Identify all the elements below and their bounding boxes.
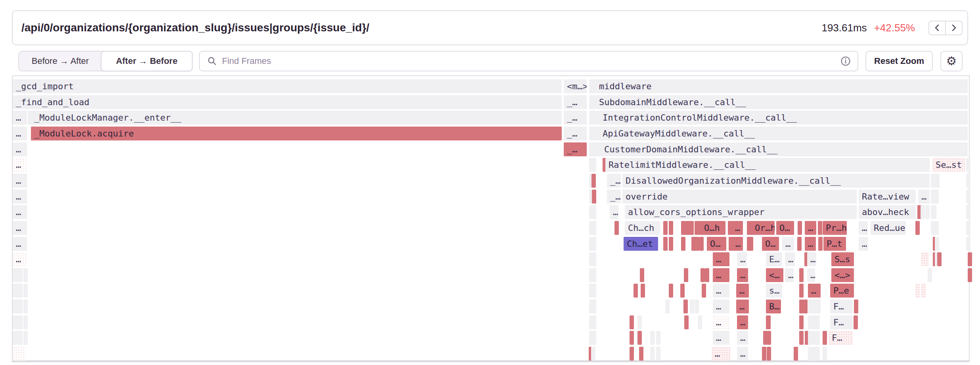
flame-frame[interactable]: [749, 237, 753, 251]
flame-frame[interactable]: [23, 331, 28, 345]
flame-frame[interactable]: [966, 190, 970, 204]
flame-frame[interactable]: [680, 284, 685, 298]
flame-frame[interactable]: [966, 237, 970, 251]
flame-frame[interactable]: …: [13, 221, 27, 235]
flame-frame[interactable]: O…h: [701, 221, 725, 235]
flame-frame[interactable]: [592, 190, 596, 204]
flame-frame[interactable]: [13, 284, 23, 298]
flame-frame[interactable]: [798, 221, 802, 235]
flame-frame[interactable]: [803, 300, 808, 313]
flame-frame[interactable]: P…t: [823, 237, 846, 251]
flame-frame[interactable]: [854, 315, 858, 329]
flame-frame[interactable]: …: [918, 190, 930, 204]
flame-frame[interactable]: [966, 174, 970, 188]
flame-frame[interactable]: [767, 331, 771, 345]
flame-frame[interactable]: middleware: [596, 79, 968, 93]
flame-frame[interactable]: [921, 252, 929, 266]
flame-frame[interactable]: s…: [766, 284, 782, 298]
flame-frame[interactable]: …: [713, 268, 729, 282]
flame-frame[interactable]: [592, 284, 596, 298]
flame-frame[interactable]: …: [13, 205, 27, 219]
flame-frame[interactable]: Se…st: [932, 158, 965, 172]
flame-frame[interactable]: Rate…view: [859, 190, 916, 204]
flame-frame[interactable]: [640, 268, 644, 282]
flame-frame[interactable]: [592, 315, 596, 329]
flame-frame[interactable]: [592, 268, 596, 282]
flame-frame[interactable]: …: [13, 237, 27, 251]
flame-frame[interactable]: [592, 331, 596, 345]
flame-frame[interactable]: …: [737, 347, 748, 361]
flame-frame[interactable]: <…>: [831, 268, 854, 282]
flame-frame[interactable]: [630, 347, 634, 361]
flame-frame[interactable]: [656, 331, 660, 345]
flame-frame[interactable]: [799, 284, 804, 298]
flame-frame[interactable]: …: [610, 205, 618, 219]
flame-frame[interactable]: …: [782, 237, 794, 251]
flame-frame[interactable]: O…: [776, 221, 794, 235]
flame-frame[interactable]: [915, 284, 920, 298]
flame-frame[interactable]: F…: [830, 300, 853, 313]
flame-frame[interactable]: [13, 300, 23, 313]
flame-frame[interactable]: [799, 268, 804, 282]
flame-frame[interactable]: [592, 300, 596, 313]
flame-frame[interactable]: …: [807, 268, 815, 282]
flame-frame[interactable]: <…: [766, 268, 783, 282]
flame-frame[interactable]: …: [13, 142, 27, 156]
flame-frame[interactable]: …: [732, 221, 743, 235]
flame-frame[interactable]: Pr…h: [823, 221, 847, 235]
flame-frame[interactable]: [695, 237, 699, 251]
flame-frame[interactable]: allow_cors_options_wrapper: [625, 205, 857, 219]
flame-frame[interactable]: [663, 237, 668, 251]
flame-frame[interactable]: [968, 268, 972, 282]
flame-frame[interactable]: ApiGatewayMiddleware.__call__: [599, 127, 968, 140]
flame-frame[interactable]: Ch…ch: [625, 221, 660, 235]
flame-frame[interactable]: [966, 221, 970, 235]
flame-frame[interactable]: O…: [707, 237, 726, 251]
flame-frame[interactable]: [683, 300, 688, 313]
flame-frame[interactable]: …: [859, 221, 868, 235]
flame-frame[interactable]: …: [713, 300, 729, 313]
flame-frame[interactable]: [665, 300, 670, 313]
flame-frame[interactable]: …: [712, 347, 731, 361]
flame-frame[interactable]: [13, 268, 23, 282]
flame-frame[interactable]: [592, 158, 596, 172]
flame-frame[interactable]: [762, 347, 766, 361]
flame-frame[interactable]: …: [13, 111, 27, 125]
flame-frame[interactable]: [13, 315, 23, 329]
flame-frame[interactable]: …: [13, 190, 27, 204]
flame-frame[interactable]: [935, 237, 939, 251]
flame-frame[interactable]: [966, 205, 970, 219]
flame-frame[interactable]: [797, 237, 802, 251]
flame-frame[interactable]: …: [808, 284, 821, 298]
flame-frame[interactable]: [641, 284, 645, 298]
flame-frame[interactable]: [684, 268, 688, 282]
flame-frame[interactable]: [705, 268, 709, 282]
flame-frame[interactable]: RatelimitMiddleware.__call__: [605, 158, 930, 172]
flame-frame[interactable]: [592, 205, 596, 219]
flame-frame[interactable]: …: [785, 268, 794, 282]
flame-frame[interactable]: [699, 237, 704, 251]
flame-frame[interactable]: O…: [762, 237, 779, 251]
flame-frame[interactable]: …: [805, 221, 816, 235]
flame-frame[interactable]: [669, 237, 673, 251]
flame-frame[interactable]: _…: [564, 142, 587, 156]
flame-frame[interactable]: [684, 315, 689, 329]
flame-frame[interactable]: [931, 221, 939, 235]
flame-frame[interactable]: [928, 268, 932, 282]
flame-frame[interactable]: [23, 284, 28, 298]
flame-frame[interactable]: S…s: [831, 252, 854, 266]
flame-frame[interactable]: …: [859, 237, 868, 251]
flame-frame[interactable]: _…: [607, 174, 621, 188]
flame-frame[interactable]: [921, 284, 926, 298]
flame-frame[interactable]: …: [737, 315, 748, 329]
flame-frame[interactable]: …: [736, 300, 749, 313]
flame-frame[interactable]: …: [785, 252, 795, 266]
flame-frame[interactable]: DisallowedOrganizationMiddleware.__call_…: [622, 174, 930, 188]
flame-frame[interactable]: [591, 174, 596, 188]
flame-frame[interactable]: [683, 221, 694, 235]
flame-frame[interactable]: [702, 284, 706, 298]
flame-frame[interactable]: …: [713, 252, 729, 266]
flame-frame[interactable]: [669, 284, 673, 298]
flame-frame[interactable]: <m…>: [564, 79, 587, 93]
flame-frame[interactable]: _gcd_import: [13, 79, 562, 93]
